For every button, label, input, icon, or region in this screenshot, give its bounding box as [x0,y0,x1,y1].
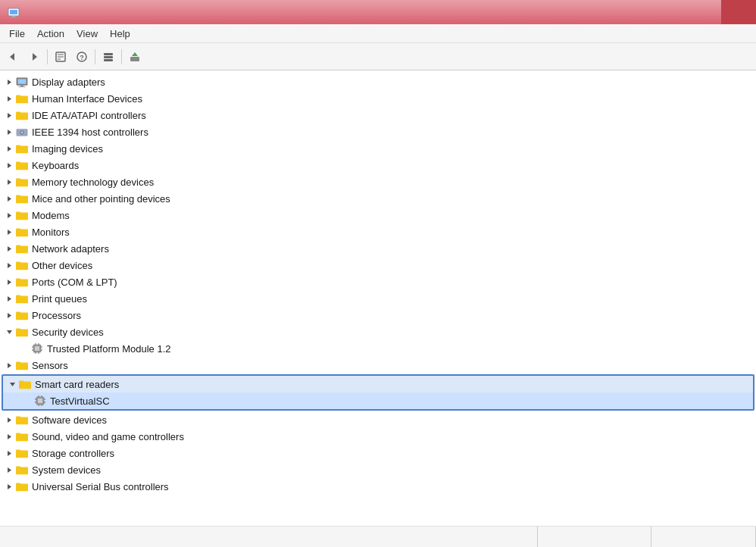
expand-arrow-security[interactable] [3,326,15,338]
tree-item-display-adapters[interactable]: Display adapters [0,73,756,90]
menu-bar: File Action View Help [0,24,756,43]
expand-arrow-system[interactable] [3,464,15,476]
label-sensors: Sensors [32,360,68,371]
properties-button[interactable] [51,47,70,67]
expand-arrow-print-queues[interactable] [3,292,15,305]
icon-software [15,413,29,427]
restore-button[interactable] [686,0,721,24]
tree-item-mice[interactable]: Mice and other pointing devices [0,190,756,207]
svg-marker-25 [8,113,11,118]
svg-rect-12 [104,53,113,55]
label-ports: Ports (COM & LPT) [32,277,117,288]
label-usb: Universal Serial Bus controllers [32,481,169,492]
expand-arrow-monitors[interactable] [3,226,15,238]
svg-marker-17 [8,80,11,85]
tree-item-ieee-1394[interactable]: IEEE 1394 host controllers [0,123,756,140]
expand-arrow-storage[interactable] [3,447,15,459]
tree-item-modems[interactable]: Modems [0,207,756,223]
expand-arrow-ide-ata[interactable] [3,109,15,121]
expand-arrow-sensors[interactable] [3,359,15,371]
label-security: Security devices [32,327,104,338]
label-monitors: Monitors [32,227,70,238]
tree-item-system[interactable]: System devices [0,461,756,478]
menu-help[interactable]: Help [104,27,136,41]
expand-arrow-processors[interactable] [3,309,15,321]
device-tree[interactable]: Display adapters Human Interface Devices… [0,70,756,526]
tree-item-memory-tech[interactable]: Memory technology devices [0,173,756,190]
expand-arrow-tpm[interactable] [18,342,30,355]
tree-item-network[interactable]: Network adapters [0,240,756,257]
expand-arrow-other[interactable] [3,259,15,271]
tree-item-monitors[interactable]: Monitors [0,223,756,240]
svg-marker-16 [132,52,138,56]
view-button[interactable] [98,47,118,67]
svg-rect-55 [16,262,20,264]
tree-item-software[interactable]: Software devices [0,411,756,428]
main-content: Display adapters Human Interface Devices… [0,70,756,526]
svg-marker-78 [8,363,11,368]
tree-item-sensors[interactable]: Sensors [0,357,756,374]
svg-rect-24 [16,95,20,98]
expand-arrow-network[interactable] [3,242,15,255]
tree-item-imaging[interactable]: Imaging devices [0,140,756,157]
expand-arrow-human-interface[interactable] [3,92,15,105]
tree-item-tpm[interactable]: Trusted Platform Module 1.2 [0,340,756,357]
label-human-interface: Human Interface Devices [32,93,142,105]
svg-rect-52 [16,245,20,248]
expand-arrow-keyboards[interactable] [3,159,15,171]
tree-item-ports[interactable]: Ports (COM & LPT) [0,274,756,290]
tree-item-print-queues[interactable]: Print queues [0,290,756,307]
svg-marker-41 [8,196,11,202]
svg-text:?: ? [80,54,84,61]
tree-item-ide-ata[interactable]: IDE ATA/ATAPI controllers [0,107,756,123]
tree-item-sound[interactable]: Sound, video and game controllers [0,428,756,445]
svg-rect-80 [16,362,20,364]
expand-arrow-modems[interactable] [3,209,15,221]
label-smart-card: Smart card readers [35,379,119,390]
svg-rect-49 [16,229,20,231]
menu-view[interactable]: View [70,27,104,41]
icon-display-adapters [15,75,29,89]
expand-arrow-imaging[interactable] [3,142,15,155]
expand-arrow-testvirtualsc[interactable] [21,395,33,407]
highlight-group: Smart card readers TestVirtualSC [2,374,754,411]
status-segment-2 [538,527,651,547]
update-driver-button[interactable] [125,47,145,67]
forward-button[interactable] [24,47,44,67]
tree-item-security[interactable]: Security devices [0,324,756,340]
tree-item-usb[interactable]: Universal Serial Bus controllers [0,478,756,495]
close-button[interactable] [721,0,756,24]
tree-item-storage[interactable]: Storage controllers [0,445,756,461]
icon-testvirtualsc [33,394,47,408]
svg-rect-27 [16,112,20,114]
expand-arrow-mice[interactable] [3,192,15,205]
svg-rect-85 [38,399,42,403]
label-mice: Mice and other pointing devices [32,193,170,205]
expand-arrow-software[interactable] [3,414,15,426]
expand-arrow-ports[interactable] [3,276,15,288]
tree-item-human-interface[interactable]: Human Interface Devices [0,90,756,107]
expand-arrow-memory-tech[interactable] [3,176,15,188]
expand-arrow-display-adapters[interactable] [3,76,15,88]
label-imaging: Imaging devices [32,143,103,155]
tree-item-smart-card[interactable]: Smart card readers [3,376,753,392]
svg-rect-102 [16,450,20,452]
tree-item-keyboards[interactable]: Keyboards [0,157,756,173]
icon-network [15,242,29,255]
expand-arrow-ieee-1394[interactable] [3,126,15,138]
menu-action[interactable]: Action [31,27,70,41]
menu-file[interactable]: File [3,27,31,41]
tree-item-testvirtualsc[interactable]: TestVirtualSC [3,392,753,409]
svg-marker-4 [10,53,14,61]
help-button[interactable]: ? [72,47,92,67]
svg-rect-64 [16,312,20,314]
expand-arrow-sound[interactable] [3,430,15,442]
expand-arrow-usb[interactable] [3,480,15,492]
minimize-button[interactable] [651,0,686,24]
expand-arrow-smart-card[interactable] [6,378,18,390]
tree-item-processors[interactable]: Processors [0,307,756,324]
tree-item-other[interactable]: Other devices [0,257,756,274]
label-print-queues: Print queues [32,293,87,305]
back-button[interactable] [3,47,23,67]
svg-rect-14 [104,59,113,61]
